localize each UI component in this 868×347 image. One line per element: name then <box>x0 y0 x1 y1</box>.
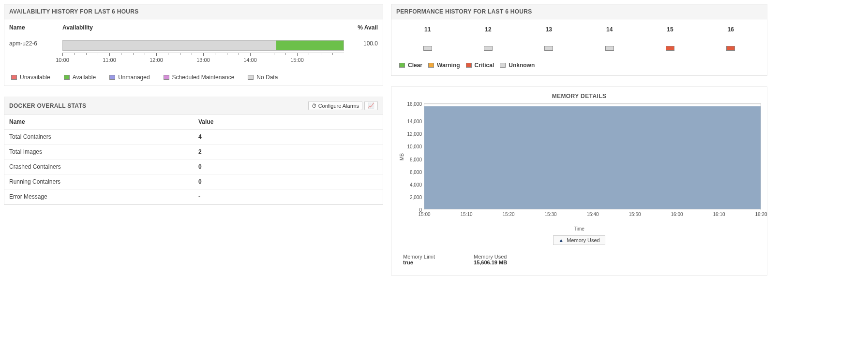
xtick: 15:20 <box>502 212 514 217</box>
stat-name: Error Message <box>4 189 194 204</box>
stat-name: Crashed Containers <box>4 159 194 174</box>
memory-xaxis: 15:0015:1015:2015:3015:4015:5016:0016:10… <box>424 212 761 219</box>
legend-available: Available <box>64 74 96 81</box>
perf-cell[interactable] <box>579 43 640 55</box>
status-box-unknown <box>605 46 614 51</box>
status-box-unknown <box>484 46 493 51</box>
stat-name: Total Containers <box>4 130 194 145</box>
perf-hour-header: 12 <box>458 23 518 36</box>
memory-ylabel: MB <box>397 153 404 160</box>
legend-warning: Warning <box>428 62 460 69</box>
memory-limit: Memory Limit true <box>403 254 435 265</box>
legend-critical: Critical <box>466 62 494 69</box>
table-row: Crashed Containers0 <box>4 159 383 174</box>
docker-title: DOCKER OVERALL STATS <box>9 102 86 109</box>
stat-value: 0 <box>194 174 383 189</box>
legend-nodata: No Data <box>248 74 278 81</box>
availability-title: AVAILABILITY HISTORY FOR LAST 6 HOURS <box>4 4 383 19</box>
col-availability: Availability <box>58 19 349 36</box>
ytick: 8,000 <box>404 157 422 162</box>
performance-panel: PERFORMANCE HISTORY FOR LAST 6 HOURS 111… <box>391 4 767 76</box>
table-row: Error Message- <box>4 189 383 204</box>
ytick: 2,000 <box>404 194 422 200</box>
stat-value: - <box>194 189 383 204</box>
stat-name: Running Containers <box>4 174 194 189</box>
stat-value: 0 <box>194 159 383 174</box>
stat-name: Total Images <box>4 145 194 159</box>
availability-row: apm-u22-6 10:0011:0012:0013:0014:0015:00… <box>4 36 383 70</box>
row-name: apm-u22-6 <box>4 36 58 70</box>
xtick: 16:00 <box>671 212 683 217</box>
performance-grid: 111213141516 <box>397 23 761 55</box>
xtick: 15:30 <box>544 212 556 217</box>
docker-stats-table: Name Value Total Containers4Total Images… <box>4 115 383 204</box>
legend-scheduled: Scheduled Maintenance <box>164 74 235 81</box>
col-name: Name <box>4 19 58 36</box>
memory-plot <box>424 103 761 210</box>
xtick: 15:10 <box>460 212 472 217</box>
legend-unmanaged: Unmanaged <box>109 74 150 81</box>
table-row: Total Containers4 <box>4 130 383 145</box>
availability-bar <box>62 40 344 51</box>
table-row: Total Images2 <box>4 145 383 159</box>
configure-alarms-button[interactable]: ⏱ Configure Alarms <box>308 101 362 110</box>
perf-cell[interactable] <box>458 43 518 55</box>
docker-col-name: Name <box>4 115 194 130</box>
status-box-critical <box>726 46 735 51</box>
bar-segment-nodata <box>63 41 276 50</box>
chart-icon: 📈 <box>368 102 374 109</box>
status-box-unknown <box>423 46 432 51</box>
docker-panel: DOCKER OVERALL STATS ⏱ Configure Alarms … <box>4 97 383 205</box>
col-pct: % Avail <box>349 19 383 36</box>
ytick: 14,000 <box>404 119 422 124</box>
chart-icon-button[interactable]: 📈 <box>364 101 378 110</box>
ytick: 10,000 <box>404 144 422 149</box>
ytick: 16,000 <box>404 101 422 107</box>
row-pct: 100.0 <box>349 36 383 70</box>
ytick: 12,000 <box>404 131 422 137</box>
memory-xlabel: Time <box>397 226 761 231</box>
axis-tick-label: 15:00 <box>290 57 304 63</box>
perf-cell[interactable] <box>640 43 700 55</box>
availability-panel: AVAILABILITY HISTORY FOR LAST 6 HOURS Na… <box>4 4 383 86</box>
perf-cell[interactable] <box>701 43 761 55</box>
memory-area-fill <box>424 106 761 209</box>
axis-tick-label: 11:00 <box>103 57 116 63</box>
stat-value: 2 <box>194 145 383 159</box>
legend-unknown: Unknown <box>500 62 535 69</box>
availability-legend: Unavailable Available Unmanaged Schedule… <box>4 69 383 86</box>
axis-tick-label: 13:00 <box>196 57 210 63</box>
perf-hour-header: 11 <box>397 23 458 36</box>
axis-tick-label: 14:00 <box>243 57 257 63</box>
table-row: Running Containers0 <box>4 174 383 189</box>
memory-yaxis: 16,00014,00012,00010,0008,0006,0004,0002… <box>404 103 424 210</box>
performance-legend: Clear Warning Critical Unknown <box>397 55 761 72</box>
perf-cell[interactable] <box>519 43 579 55</box>
bar-segment-available <box>276 41 344 50</box>
perf-hour-header: 13 <box>519 23 579 36</box>
ytick: 6,000 <box>404 169 422 174</box>
xtick: 15:40 <box>586 212 599 217</box>
perf-cell[interactable] <box>397 43 458 55</box>
xtick: 15:50 <box>629 212 641 217</box>
perf-hour-header: 16 <box>701 23 761 36</box>
xtick: 16:10 <box>713 212 725 217</box>
status-box-critical <box>666 46 674 51</box>
ytick: 4,000 <box>404 182 422 187</box>
stat-value: 4 <box>194 130 383 145</box>
availability-title-text: AVAILABILITY HISTORY FOR LAST 6 HOURS <box>9 8 139 15</box>
performance-title: PERFORMANCE HISTORY FOR LAST 6 HOURS <box>391 4 767 19</box>
triangle-icon: ▲ <box>558 237 564 243</box>
memory-legend: ▲ Memory Used <box>397 235 761 245</box>
xtick: 15:00 <box>418 212 430 217</box>
status-box-unknown <box>544 46 553 51</box>
legend-unavailable: Unavailable <box>11 74 50 81</box>
memory-used: Memory Used 15,606.19 MB <box>474 254 507 265</box>
docker-col-value: Value <box>194 115 383 130</box>
alarm-icon: ⏱ <box>312 103 317 109</box>
perf-hour-header: 15 <box>640 23 700 36</box>
xtick: 16:20 <box>755 212 767 217</box>
axis-tick-label: 12:00 <box>150 57 163 63</box>
perf-hour-header: 14 <box>579 23 640 36</box>
memory-title: MEMORY DETAILS <box>397 93 761 100</box>
